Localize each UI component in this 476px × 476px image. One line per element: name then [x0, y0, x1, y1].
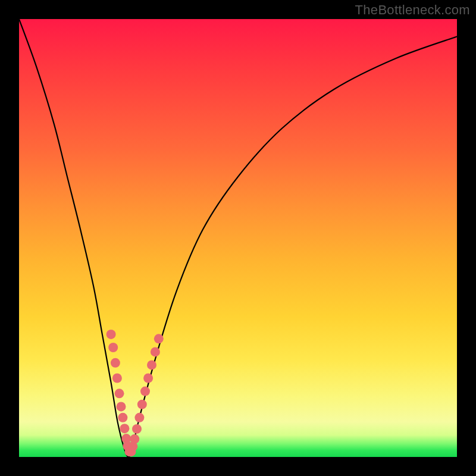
curve-marker — [132, 424, 142, 434]
curve-marker — [151, 347, 160, 356]
curve-marker — [112, 374, 122, 383]
curve-marker — [120, 424, 129, 433]
curve-marker — [134, 413, 144, 422]
bottleneck-curve — [19, 19, 457, 457]
curve-marker — [143, 374, 153, 383]
curve-marker — [147, 360, 156, 369]
watermark-text: TheBottleneck.com — [355, 2, 470, 18]
plot-area — [19, 19, 457, 457]
chart-frame: TheBottleneck.com — [0, 0, 476, 476]
curve-markers — [107, 330, 164, 456]
curve-marker — [117, 402, 126, 411]
curve-marker — [111, 358, 120, 368]
curve-marker — [137, 400, 147, 409]
curve-marker — [118, 413, 127, 422]
curve-marker — [130, 434, 139, 444]
curve-marker — [154, 334, 164, 343]
curve-marker — [108, 343, 118, 352]
curve-layer — [19, 19, 457, 457]
curve-marker — [107, 330, 116, 339]
curve-marker — [140, 387, 150, 396]
curve-marker — [115, 389, 124, 398]
